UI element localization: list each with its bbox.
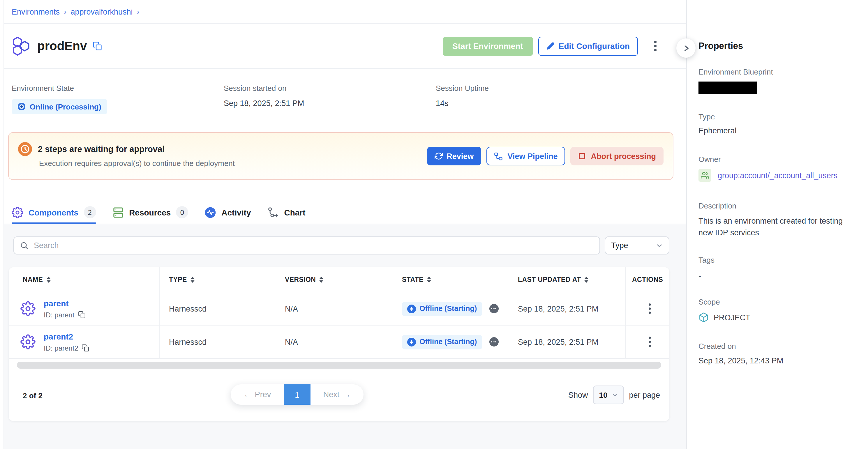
copy-icon[interactable] — [82, 344, 89, 352]
lightning-status-icon — [407, 304, 416, 313]
breadcrumb-environments-link[interactable]: Environments — [12, 7, 60, 16]
gear-icon — [21, 301, 35, 316]
sort-icon — [190, 276, 194, 283]
properties-panel: Properties Environment Blueprint Type Ep… — [686, 0, 868, 449]
column-header-type[interactable]: TYPE — [160, 267, 276, 292]
current-page-button[interactable]: 1 — [284, 384, 310, 405]
stop-icon — [578, 152, 586, 160]
session-info-row: Environment State Online (Processing) Se… — [4, 69, 686, 132]
show-label: Show — [568, 390, 588, 399]
start-environment-button[interactable]: Start Environment — [442, 36, 533, 56]
view-pipeline-button[interactable]: View Pipeline — [487, 147, 565, 165]
pager: ←Prev 1 Next→ — [231, 384, 364, 405]
sort-icon — [319, 276, 323, 283]
scope-label: Scope — [699, 297, 858, 306]
group-users-icon — [699, 169, 711, 182]
component-type-cell: Harnesscd — [160, 325, 276, 358]
column-header-last-updated[interactable]: LAST UPDATED AT — [508, 267, 625, 292]
component-version-cell: N/A — [276, 325, 394, 358]
main-panel: Environments › approvalforkhushi › prodE… — [4, 0, 686, 449]
tab-activity[interactable]: Activity — [205, 201, 251, 224]
component-id: ID: parent — [44, 311, 74, 319]
flow-chart-icon — [267, 206, 279, 218]
blueprint-redacted-value — [699, 82, 757, 94]
component-updated-cell: Sep 18, 2025, 2:51 PM — [508, 292, 625, 325]
component-state-cell: Offline (Starting) — [394, 292, 508, 325]
owner-label: Owner — [699, 155, 858, 164]
header-more-options-button[interactable] — [648, 36, 663, 56]
environment-state-block: Environment State Online (Processing) — [12, 84, 224, 132]
page-size-dropdown[interactable]: 10 — [593, 386, 624, 404]
component-name-cell: parent2 ID: parent2 — [9, 325, 160, 358]
environment-state-label: Environment State — [12, 84, 224, 93]
component-updated-cell: Sep 18, 2025, 2:51 PM — [508, 325, 625, 358]
resources-count-badge: 0 — [176, 206, 188, 218]
component-state-cell: Offline (Starting) — [394, 325, 508, 358]
arrow-left-icon: ← — [244, 390, 251, 399]
session-uptime-label: Session Uptime — [436, 84, 489, 93]
state-badge: Offline (Starting) — [402, 301, 482, 316]
blueprint-label: Environment Blueprint — [699, 68, 858, 76]
collapse-panel-button[interactable] — [676, 38, 695, 58]
next-page-button[interactable]: Next→ — [310, 384, 364, 405]
scope-value: PROJECT — [714, 313, 750, 322]
pipeline-icon — [494, 152, 503, 160]
abort-processing-button[interactable]: Abort processing — [570, 147, 663, 165]
pencil-icon — [547, 42, 555, 50]
chevron-down-icon — [656, 242, 663, 249]
column-header-state[interactable]: STATE — [394, 267, 508, 292]
session-started-label: Session started on — [224, 84, 436, 93]
edit-configuration-button[interactable]: Edit Configuration — [538, 36, 638, 56]
component-actions-cell — [625, 325, 669, 358]
refresh-icon — [434, 152, 442, 160]
component-id: ID: parent2 — [44, 344, 79, 352]
search-input[interactable] — [34, 241, 594, 250]
tab-resources[interactable]: Resources 0 — [112, 201, 188, 224]
search-icon — [20, 241, 29, 250]
tab-components[interactable]: Components 2 — [12, 201, 96, 224]
session-started-value: Sep 18, 2025, 2:51 PM — [224, 99, 436, 108]
description-label: Description — [699, 201, 858, 210]
owner-group-link[interactable]: group:account/_account_all_users — [718, 171, 837, 180]
component-link[interactable]: parent2 — [44, 332, 89, 341]
tab-chart[interactable]: Chart — [267, 201, 305, 224]
component-link[interactable]: parent — [44, 298, 85, 308]
prev-page-button[interactable]: ←Prev — [231, 384, 284, 405]
created-on-value: Sep 18, 2025, 12:43 PM — [699, 356, 858, 365]
chevron-right-icon — [682, 44, 690, 52]
arrow-right-icon: → — [343, 390, 351, 399]
horizontal-scrollbar[interactable] — [17, 362, 661, 368]
review-button[interactable]: Review — [427, 147, 481, 165]
approval-banner: 2 steps are waiting for approval Executi… — [8, 132, 674, 180]
sort-icon — [427, 276, 431, 283]
copy-environment-name-button[interactable] — [93, 41, 102, 51]
column-header-name[interactable]: NAME — [9, 267, 160, 292]
copy-icon[interactable] — [78, 311, 85, 319]
page-title: prodEnv — [37, 39, 87, 53]
page-header: prodEnv Start Environment Edit Configura… — [4, 24, 686, 69]
approval-banner-actions: Review View Pipeline Abort processing — [427, 147, 663, 165]
breadcrumb: Environments › approvalforkhushi › — [4, 0, 686, 24]
gear-icon — [12, 206, 23, 218]
created-on-label: Created on — [699, 342, 858, 351]
copy-icon — [93, 41, 102, 51]
type-filter-dropdown[interactable]: Type — [605, 236, 669, 255]
gear-icon — [21, 334, 35, 349]
properties-title: Properties — [699, 41, 858, 51]
loading-ellipsis-icon — [489, 337, 498, 347]
type-value: Ephemeral — [699, 126, 858, 135]
type-label: Type — [699, 113, 858, 121]
components-table-card: NAME TYPE VERSION STATE LAST UPDATED AT … — [9, 267, 669, 421]
approval-banner-text: 2 steps are waiting for approval Executi… — [38, 145, 235, 168]
tags-value: - — [699, 271, 858, 280]
breadcrumb-separator-icon: › — [137, 7, 140, 16]
column-header-actions: ACTIONS — [625, 267, 669, 292]
table-row: parent ID: parent Harnesscd N/A Offline … — [9, 292, 669, 325]
column-header-version[interactable]: VERSION — [276, 267, 394, 292]
row-more-options-button[interactable] — [642, 299, 657, 318]
component-version-cell: N/A — [276, 292, 394, 325]
row-more-options-button[interactable] — [642, 332, 657, 351]
breadcrumb-environment-link[interactable]: approvalforkhushi — [70, 7, 132, 16]
collapsed-sidebar-edge — [0, 0, 3, 449]
component-actions-cell — [625, 292, 669, 325]
